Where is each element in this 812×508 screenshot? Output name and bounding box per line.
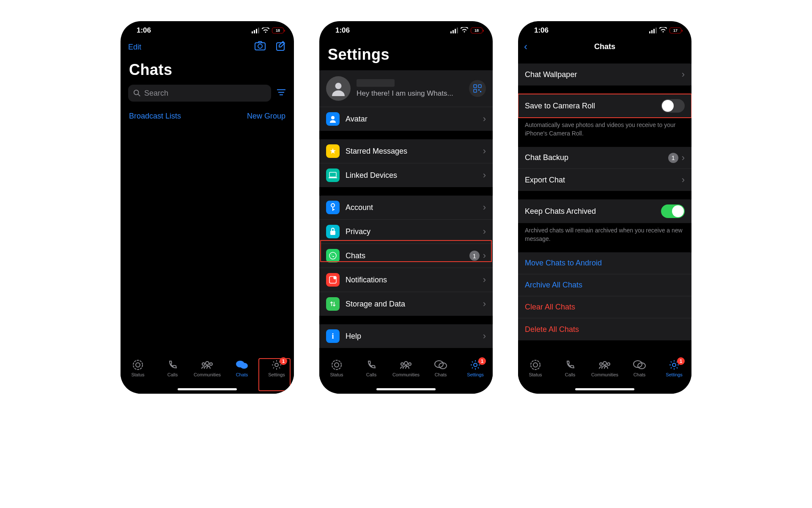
archive-all-row[interactable]: Archive All Chats [518, 274, 691, 296]
move-to-android-row[interactable]: Move Chats to Android [518, 252, 691, 274]
phone-icon [565, 359, 575, 371]
svg-point-37 [533, 363, 538, 367]
people-icon [598, 359, 611, 371]
save-camera-roll-row[interactable]: Save to Camera Roll [518, 94, 691, 118]
svg-rect-23 [332, 209, 335, 210]
svg-rect-20 [329, 177, 337, 178]
chat-wallpaper-row[interactable]: Chat Wallpaper › [518, 64, 691, 86]
status-bar: 1:06 18 [319, 21, 493, 37]
tab-status[interactable]: Status [521, 359, 550, 377]
tab-calls[interactable]: Calls [158, 359, 187, 377]
starred-messages-row[interactable]: ★ Starred Messages › [319, 139, 493, 163]
chevron-right-icon: › [682, 152, 685, 163]
tab-badge: 1 [280, 357, 287, 365]
status-right: 18 [450, 26, 483, 35]
linked-devices-row[interactable]: Linked Devices › [319, 163, 493, 187]
search-input[interactable]: Search [128, 85, 271, 102]
whatsapp-icon [326, 249, 340, 262]
keep-archived-toggle[interactable] [661, 204, 685, 218]
new-group-link[interactable]: New Group [247, 112, 285, 121]
clock: 1:06 [534, 26, 549, 35]
page-title: Settings [319, 37, 493, 69]
svg-rect-14 [478, 85, 481, 88]
avatar-icon [326, 76, 351, 101]
svg-point-18 [331, 116, 335, 119]
status-icon [132, 359, 143, 371]
search-icon [133, 89, 141, 97]
camera-icon[interactable] [254, 41, 266, 53]
delete-all-row[interactable]: Delete All Chats [518, 318, 691, 340]
key-icon [326, 201, 340, 214]
chevron-right-icon: › [682, 69, 685, 80]
svg-rect-19 [329, 172, 336, 177]
qr-code-icon[interactable] [469, 80, 486, 97]
keep-archived-row[interactable]: Keep Chats Archived [518, 199, 691, 223]
chat-backup-row[interactable]: Chat Backup 1 › [518, 147, 691, 169]
phone-icon [167, 359, 178, 371]
tab-chats[interactable]: Chats [625, 359, 654, 377]
help-row[interactable]: i Help › [319, 324, 493, 348]
svg-point-40 [607, 363, 610, 365]
svg-point-1 [258, 44, 262, 48]
tab-communities[interactable]: Communities [192, 359, 222, 377]
cellular-icon [252, 28, 259, 33]
profile-row[interactable]: Hey there! I am using Whats... [319, 70, 493, 107]
svg-point-39 [600, 363, 602, 365]
tab-settings[interactable]: Settings1 [262, 359, 291, 377]
svg-point-10 [240, 363, 248, 369]
info-icon: i [326, 329, 340, 343]
export-chat-row[interactable]: Export Chat › [518, 169, 691, 191]
star-icon: ★ [326, 144, 340, 158]
svg-point-29 [335, 363, 339, 367]
clear-all-row[interactable]: Clear All Chats [518, 296, 691, 318]
back-button[interactable]: ‹ [524, 41, 527, 52]
tab-chats[interactable]: Chats [227, 359, 257, 377]
chevron-right-icon: › [483, 274, 486, 285]
notification-box-icon [326, 273, 340, 287]
tab-calls[interactable]: Calls [555, 359, 585, 377]
filter-icon[interactable] [276, 88, 286, 98]
svg-point-35 [474, 363, 477, 367]
people-icon [201, 359, 214, 371]
top-bar: Edit [121, 37, 294, 57]
status-icon [530, 359, 541, 371]
save-camera-roll-toggle[interactable] [661, 99, 685, 113]
account-row[interactable]: Account › [319, 196, 493, 220]
tab-status[interactable]: Status [322, 359, 351, 377]
page-title: Chats [121, 57, 294, 85]
tab-calls[interactable]: Calls [357, 359, 386, 377]
count-badge: 1 [469, 251, 480, 261]
count-badge: 1 [668, 153, 678, 163]
tab-status[interactable]: Status [123, 359, 153, 377]
edit-button[interactable]: Edit [128, 43, 141, 52]
chat-bubble-icon [633, 359, 646, 371]
chat-bubble-icon [236, 359, 248, 371]
storage-data-row[interactable]: Storage and Data › [319, 292, 493, 316]
svg-point-38 [603, 362, 606, 365]
privacy-row[interactable]: Privacy › [319, 220, 493, 244]
compose-icon[interactable] [275, 41, 286, 53]
phone-chats-screen: 1:06 18 Edit Chats Search Broa [121, 21, 294, 394]
phone-icon [366, 359, 376, 371]
svg-point-6 [206, 362, 209, 365]
status-right: 18 [252, 27, 284, 34]
svg-point-27 [334, 276, 336, 279]
tab-communities[interactable]: Communities [391, 359, 421, 377]
wifi-icon [262, 27, 269, 34]
svg-rect-24 [330, 231, 335, 235]
broadcast-lists-link[interactable]: Broadcast Lists [129, 112, 181, 121]
tab-settings[interactable]: Settings1 [461, 359, 490, 377]
tab-communities[interactable]: Communities [590, 359, 620, 377]
tab-badge: 1 [677, 357, 685, 365]
chevron-right-icon: › [483, 146, 486, 157]
tab-chats[interactable]: Chats [426, 359, 455, 377]
svg-rect-15 [474, 89, 477, 92]
chats-settings-row[interactable]: Chats 1 › [319, 244, 493, 268]
svg-point-3 [134, 90, 139, 95]
svg-rect-22 [332, 207, 333, 211]
notifications-row[interactable]: Notifications › [319, 268, 493, 292]
wifi-icon [461, 26, 468, 35]
avatar-row[interactable]: Avatar › [319, 107, 493, 131]
tab-settings[interactable]: Settings1 [659, 359, 689, 377]
home-indicator [575, 388, 634, 390]
